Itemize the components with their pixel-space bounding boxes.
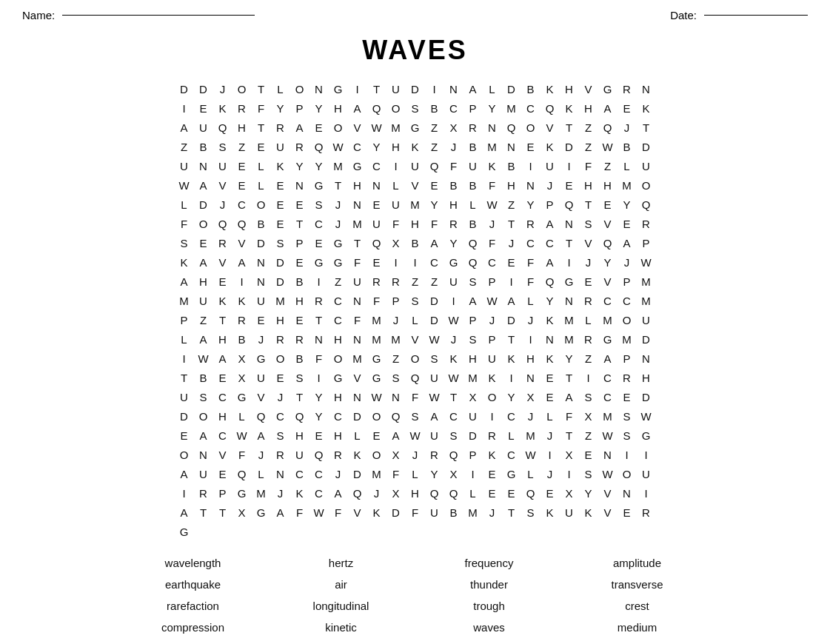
cell-3-5: S bbox=[213, 137, 232, 156]
header: Name: Date: bbox=[0, 0, 830, 21]
cell-11-19: C bbox=[329, 291, 348, 310]
cell-0-0: D bbox=[175, 79, 194, 98]
cell-15-22: I bbox=[309, 368, 329, 387]
cell-10-16: B bbox=[290, 272, 309, 291]
cell-6-20: H bbox=[444, 195, 463, 214]
cell-4-5: N bbox=[194, 156, 213, 175]
cell-13-6: J bbox=[521, 310, 540, 329]
cell-5-16: L bbox=[386, 175, 406, 195]
cell-13-7: K bbox=[540, 310, 560, 329]
cell-15-7: K bbox=[502, 349, 521, 368]
cell-22-6: Q bbox=[348, 483, 367, 503]
cell-7-13: T bbox=[290, 214, 309, 233]
cell-15-21: S bbox=[290, 368, 309, 387]
cell-1-5: F bbox=[252, 98, 271, 118]
cell-4-6: U bbox=[213, 156, 232, 175]
cell-20-2: Q bbox=[309, 445, 329, 464]
cell-18-11: J bbox=[521, 406, 540, 426]
cell-8-21: A bbox=[425, 233, 444, 252]
cell-9-16: G bbox=[309, 252, 329, 272]
cell-0-5: L bbox=[271, 79, 290, 98]
cell-23-4: F bbox=[290, 503, 309, 522]
cell-12-10: C bbox=[618, 291, 637, 310]
word-item: hertz bbox=[267, 554, 415, 571]
cell-4-1: W bbox=[598, 137, 618, 156]
cell-20-5: O bbox=[367, 445, 386, 464]
cell-8-17: T bbox=[348, 233, 367, 252]
cell-9-9: K bbox=[175, 252, 194, 272]
cell-17-18: O bbox=[194, 406, 213, 426]
cell-8-11: V bbox=[232, 233, 252, 252]
cell-18-17: W bbox=[637, 406, 656, 426]
cell-12-0: D bbox=[425, 291, 444, 310]
cell-6-21: L bbox=[463, 195, 483, 214]
word-item: compression bbox=[119, 619, 267, 636]
cell-18-1: C bbox=[329, 406, 348, 426]
cell-18-9: I bbox=[483, 406, 502, 426]
cell-16-12: I bbox=[579, 368, 598, 387]
cell-11-4: F bbox=[521, 272, 540, 291]
cell-7-9: Q bbox=[213, 214, 232, 233]
cell-0-3: O bbox=[232, 79, 252, 98]
cell-17-12: A bbox=[560, 387, 579, 406]
cell-2-2: A bbox=[175, 118, 194, 137]
cell-15-8: H bbox=[521, 349, 540, 368]
cell-11-13: K bbox=[213, 291, 232, 310]
cell-0-22: G bbox=[598, 79, 618, 98]
cell-11-20: N bbox=[348, 291, 367, 310]
cell-8-6: E bbox=[618, 214, 637, 233]
cell-14-4: S bbox=[463, 329, 483, 349]
cell-18-22: A bbox=[252, 426, 271, 445]
cell-15-3: S bbox=[425, 349, 444, 368]
cell-0-7: N bbox=[309, 79, 329, 98]
cell-17-7: X bbox=[463, 387, 483, 406]
cell-11-0: U bbox=[444, 272, 463, 291]
cell-8-19: X bbox=[386, 233, 406, 252]
cell-10-11: H bbox=[194, 272, 213, 291]
cell-12-2: A bbox=[463, 291, 483, 310]
cell-19-2: H bbox=[329, 426, 348, 445]
cell-10-19: U bbox=[348, 272, 367, 291]
cell-21-21: I bbox=[175, 483, 194, 503]
cell-0-6: O bbox=[290, 79, 309, 98]
cell-6-4: M bbox=[618, 175, 637, 195]
cell-9-10: A bbox=[194, 252, 213, 272]
cell-18-0: Y bbox=[309, 406, 329, 426]
cell-2-9: E bbox=[309, 118, 329, 137]
word-item: rarefaction bbox=[119, 597, 267, 614]
cell-19-0: H bbox=[290, 426, 309, 445]
cell-7-17: U bbox=[367, 214, 386, 233]
cell-12-1: I bbox=[444, 291, 463, 310]
cell-17-23: Q bbox=[290, 406, 309, 426]
cell-16-23: Y bbox=[309, 387, 329, 406]
cell-18-13: F bbox=[560, 406, 579, 426]
cell-6-8: J bbox=[213, 195, 232, 214]
cell-11-1: S bbox=[463, 272, 483, 291]
cell-8-20: B bbox=[406, 233, 425, 252]
cell-21-18: W bbox=[598, 464, 618, 483]
cell-10-9: W bbox=[637, 252, 656, 272]
cell-10-6: J bbox=[579, 252, 598, 272]
cell-15-0: G bbox=[367, 349, 386, 368]
cell-9-20: I bbox=[386, 252, 406, 272]
cell-6-2: H bbox=[579, 175, 598, 195]
cell-16-11: T bbox=[560, 368, 579, 387]
cell-13-5: D bbox=[502, 310, 521, 329]
cell-1-8: Y bbox=[309, 98, 329, 118]
cell-19-5: A bbox=[386, 426, 406, 445]
word-item: medium bbox=[563, 619, 712, 636]
cell-6-23: Z bbox=[502, 195, 521, 214]
cell-22-5: A bbox=[329, 483, 348, 503]
cell-20-14: I bbox=[540, 445, 560, 464]
cell-6-11: E bbox=[271, 195, 290, 214]
cell-20-8: R bbox=[425, 445, 444, 464]
cell-12-15: R bbox=[232, 310, 252, 329]
cell-6-12: E bbox=[290, 195, 309, 214]
cell-17-11: E bbox=[540, 387, 560, 406]
cell-23-16: S bbox=[521, 503, 540, 522]
cell-10-14: N bbox=[252, 272, 271, 291]
cell-8-2: A bbox=[540, 214, 560, 233]
cell-10-23: Z bbox=[425, 272, 444, 291]
cell-18-10: C bbox=[502, 406, 521, 426]
cell-19-11: L bbox=[502, 426, 521, 445]
